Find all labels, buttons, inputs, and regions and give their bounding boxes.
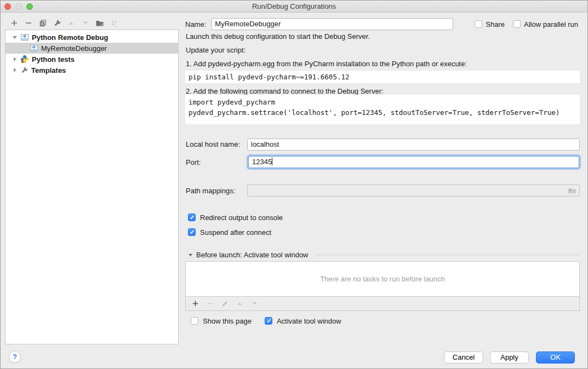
local-host-label: Local host name:	[186, 140, 240, 148]
instruction-step1: 1. Add pydevd-pycharm.egg from the PyCha…	[186, 60, 580, 69]
before-launch-task-list: There are no tasks to run before launch	[185, 261, 580, 297]
pip-command-code: pip install pydevd-pycharm~=191.6605.12	[185, 71, 580, 83]
arrow-up-icon	[236, 300, 243, 307]
run-debug-configurations-dialog: Run/Debug Configurations az	[0, 0, 588, 369]
sort-configurations-button[interactable]: az	[110, 19, 118, 27]
remote-debug-icon	[20, 33, 29, 42]
plus-icon	[192, 300, 199, 307]
share-checkbox[interactable]	[475, 20, 482, 28]
copy-configuration-button[interactable]	[38, 19, 47, 27]
create-folder-button[interactable]	[95, 19, 104, 27]
tree-item-templates[interactable]: Templates	[5, 65, 178, 76]
move-down-button[interactable]	[81, 19, 90, 27]
new-folder-icon	[95, 19, 104, 27]
tree-item-python-remote-debug[interactable]: Python Remote Debug	[5, 32, 178, 43]
empty-tasks-message: There are no tasks to run before launch	[320, 275, 445, 283]
path-mappings-label: Path mappings:	[186, 187, 235, 195]
plus-icon	[10, 19, 18, 27]
port-input[interactable]: 12345	[248, 156, 579, 168]
activate-tool-window-label: Activate tool window	[277, 317, 341, 325]
remote-debug-icon	[30, 44, 38, 53]
edit-task-button[interactable]	[220, 299, 229, 308]
python-tests-icon	[20, 55, 29, 64]
move-task-up-button[interactable]	[235, 299, 244, 308]
tree-item-label: MyRemoteDebugger	[41, 44, 107, 53]
arrow-up-icon	[67, 19, 75, 27]
svg-text:a: a	[114, 19, 116, 23]
tree-item-label: Templates	[31, 66, 66, 74]
arrow-down-icon	[82, 19, 89, 27]
add-task-button[interactable]	[191, 299, 199, 308]
port-label: Port:	[186, 158, 201, 166]
minimize-window-button[interactable]	[15, 3, 22, 10]
chevron-down-icon[interactable]	[12, 34, 18, 40]
redirect-output-row: Redirect output to console	[188, 213, 283, 222]
code-line-1: import pydevd_pycharm	[189, 97, 576, 107]
redirect-output-checkbox[interactable]	[188, 214, 196, 221]
ok-button[interactable]: OK	[536, 351, 575, 364]
show-this-page-checkbox[interactable]	[191, 317, 198, 325]
suspend-after-connect-label: Suspend after connect	[200, 228, 271, 237]
show-this-page-label: Show this page	[203, 317, 252, 325]
allow-parallel-run-label: Allow parallel run	[524, 20, 578, 28]
name-input[interactable]: MyRemoteDebugger	[211, 18, 453, 30]
minus-icon	[207, 300, 214, 307]
svg-text:z: z	[114, 23, 116, 27]
chevron-right-icon[interactable]	[12, 67, 18, 73]
section-divider	[315, 255, 580, 255]
apply-button[interactable]: Apply	[490, 351, 529, 364]
cancel-button[interactable]: Cancel	[444, 351, 483, 364]
before-launch-title: Before launch: Activate tool window	[196, 251, 309, 259]
tree-item-label: Python tests	[32, 55, 75, 64]
folder-icon[interactable]	[568, 186, 576, 195]
help-button[interactable]: ?	[9, 351, 21, 363]
suspend-after-connect-checkbox[interactable]	[188, 228, 196, 236]
edit-templates-button[interactable]	[53, 19, 61, 27]
name-row: Name: MyRemoteDebugger Share Allow paral…	[185, 18, 581, 30]
move-task-down-button[interactable]	[250, 299, 259, 308]
question-mark-icon: ?	[13, 353, 17, 361]
configurations-tree: Python Remote Debug MyRemoteDebugger Pyt…	[5, 30, 179, 344]
redirect-output-label: Redirect output to console	[200, 214, 283, 222]
configurations-toolbar: az	[10, 18, 118, 28]
local-host-value: localhost	[251, 140, 279, 148]
remove-task-button[interactable]	[205, 299, 214, 308]
chevron-down-icon[interactable]	[188, 252, 193, 257]
suspend-row: Suspend after connect	[188, 228, 271, 237]
chevron-right-icon[interactable]	[12, 56, 18, 62]
before-launch-header[interactable]: Before launch: Activate tool window	[188, 251, 580, 259]
share-label: Share	[486, 20, 505, 28]
titlebar: Run/Debug Configurations	[1, 1, 587, 13]
tree-item-myremotedebugger[interactable]: MyRemoteDebugger	[5, 43, 178, 54]
add-configuration-button[interactable]	[10, 19, 19, 27]
minus-icon	[25, 19, 32, 27]
copy-icon	[38, 19, 47, 27]
tree-item-python-tests[interactable]: Python tests	[5, 54, 178, 65]
wrench-icon	[20, 66, 28, 74]
tree-item-label: Python Remote Debug	[32, 33, 108, 42]
instruction-update: Update your script:	[186, 46, 580, 55]
sort-az-icon: az	[110, 19, 118, 27]
before-launch-toolbar	[185, 297, 580, 311]
close-window-button[interactable]	[4, 3, 11, 10]
name-value: MyRemoteDebugger	[215, 20, 281, 28]
arrow-down-icon	[251, 300, 258, 307]
allow-parallel-run-checkbox[interactable]	[513, 20, 521, 28]
activate-tool-window-checkbox[interactable]	[265, 317, 272, 325]
settrace-code: import pydevd_pycharm pydevd_pycharm.set…	[185, 95, 580, 124]
zoom-window-button[interactable]	[26, 3, 33, 10]
name-label: Name:	[185, 20, 206, 28]
page-options-row: Show this page Activate tool window	[191, 316, 341, 325]
path-mappings-input[interactable]	[247, 184, 580, 197]
port-value: 12345	[252, 158, 272, 166]
window-title: Run/Debug Configurations	[1, 1, 587, 12]
remove-configuration-button[interactable]	[24, 19, 33, 27]
code-line-2: pydevd_pycharm.settrace('localhost', por…	[189, 107, 576, 118]
wrench-icon	[53, 19, 61, 27]
pencil-icon	[221, 300, 229, 308]
move-up-button[interactable]	[67, 19, 76, 27]
local-host-input[interactable]: localhost	[247, 139, 580, 151]
text-caret	[272, 158, 272, 165]
instruction-intro: Launch this debug configuration to start…	[186, 32, 580, 42]
